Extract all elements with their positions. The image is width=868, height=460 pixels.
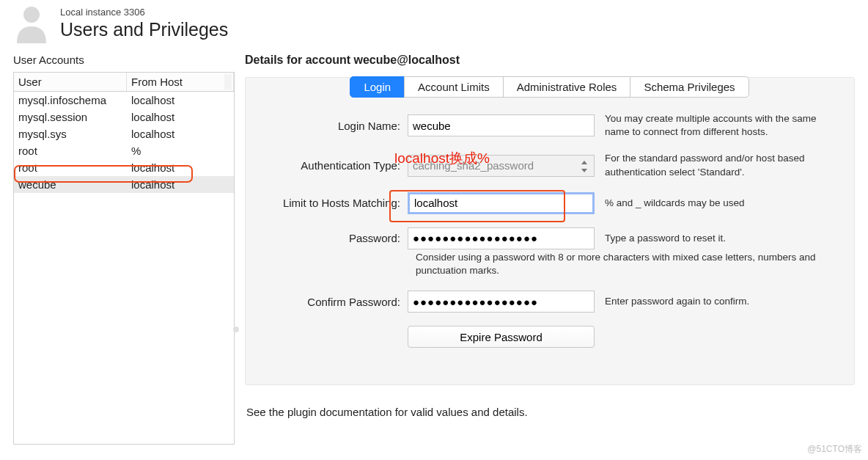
tab-admin[interactable]: Administrative Roles [503,76,631,98]
expire-password-button[interactable]: Expire Password [408,326,595,348]
tab-limits[interactable]: Account Limits [404,76,504,98]
cell-user: mysql.sys [14,127,127,141]
limit-hosts-hint: % and _ wildcards may be used [595,197,842,210]
table-row[interactable]: rootlocalhost [14,159,234,176]
cell-host: localhost [127,178,234,191]
tabs: LoginAccount LimitsAdministrative RolesS… [246,76,854,98]
details-tab-panel: LoginAccount LimitsAdministrative RolesS… [245,77,855,385]
table-row[interactable]: root% [14,142,234,159]
table-row[interactable]: mysql.infoschemalocalhost [14,92,234,109]
user-accounts-heading: User Accounts [13,54,235,66]
cell-host: % [127,144,234,158]
login-name-hint: You may create multiple accounts with th… [595,112,842,139]
cell-user: root [14,144,127,158]
page-header: Local instance 3306 Users and Privileges [0,0,868,54]
svg-point-0 [23,7,40,23]
page-title: Users and Privileges [60,19,228,40]
tab-login[interactable]: Login [350,76,405,98]
table-row[interactable]: wecubelocalhost [14,176,234,193]
password-input[interactable] [408,227,595,249]
confirm-password-input[interactable] [408,291,595,313]
stepper-icon [579,160,589,173]
password-advice: Consider using a password with 8 or more… [416,251,842,277]
account-details-panel: Details for account wecube@localhost Log… [235,54,855,445]
limit-hosts-label: Limit to Hosts Matching: [257,197,408,209]
user-accounts-panel: User Accounts User From Host mysql.infos… [13,54,235,445]
password-label: Password: [257,232,408,244]
cell-user: mysql.infoschema [14,93,127,107]
cell-user: root [14,161,127,175]
login-name-input[interactable] [408,114,595,136]
cell-user: mysql.session [14,110,127,124]
confirm-password-hint: Enter password again to confirm. [595,295,842,308]
confirm-password-label: Confirm Password: [257,296,408,308]
auth-type-select[interactable]: caching_sha2_password [408,155,595,177]
cell-host: localhost [127,161,234,175]
cell-host: localhost [127,93,234,107]
column-user[interactable]: User [14,73,127,91]
table-header: User From Host [14,73,234,92]
auth-type-label: Authentication Type: [257,159,408,172]
details-heading: Details for account wecube@localhost [245,54,855,67]
table-row[interactable]: mysql.sessionlocalhost [14,109,234,125]
cell-host: localhost [127,110,234,124]
limit-hosts-input[interactable] [408,192,595,214]
tab-schema[interactable]: Schema Privileges [630,76,749,98]
cell-user: wecube [14,178,127,191]
login-name-label: Login Name: [257,120,408,132]
table-row[interactable]: mysql.syslocalhost [14,125,234,142]
password-hint: Type a password to reset it. [595,232,842,245]
column-from-host[interactable]: From Host [127,73,234,91]
instance-label: Local instance 3306 [60,7,228,18]
auth-type-value: caching_sha2_password [413,159,534,172]
plugin-documentation-note: See the plugin documentation for valid v… [245,385,855,418]
watermark: @51CTO博客 [807,443,862,456]
avatar [13,3,50,43]
login-form: Login Name: You may create multiple acco… [246,98,854,355]
user-accounts-table: User From Host mysql.infoschemalocalhost… [13,72,235,445]
auth-type-hint: For the standard password and/or host ba… [595,152,842,178]
table-body: mysql.infoschemalocalhostmysql.sessionlo… [14,92,234,444]
cell-host: localhost [127,127,234,141]
